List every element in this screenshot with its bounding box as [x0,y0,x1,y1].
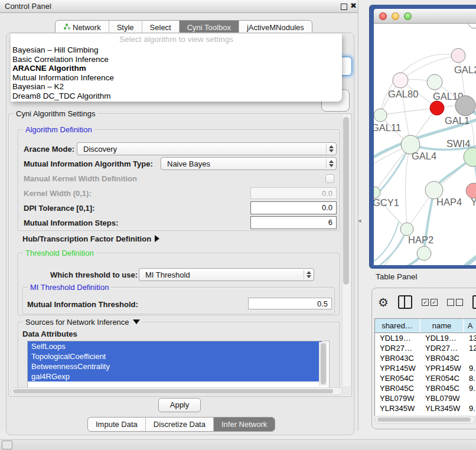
table-cell: 8. [464,373,476,383]
settings-scrollbar-thumb[interactable] [343,117,349,285]
settings-vertical-scrollbar[interactable] [342,115,350,386]
tab-label: Infer Network [221,418,267,431]
settings-horizontal-scrollbar[interactable] [11,387,343,395]
mi-threshold-field[interactable]: 0.5 [248,298,332,309]
settings-hscrollbar-thumb[interactable] [13,389,333,393]
panel-collapse-handle[interactable]: ◂ [358,217,361,224]
settings-gear-icon[interactable]: ⚙ [378,296,389,308]
network-canvas[interactable]: GAL2GAL80GAL10GAL1GAL11SWI4GAL4GCY1HAP4Y… [374,24,476,265]
attribute-item[interactable]: TopologicalCoefficient [28,351,322,361]
table-row[interactable]: YLR345WYLR345W9. [375,403,476,413]
threshold-definition-title: Threshold Definition [23,249,96,257]
float-icon[interactable] [341,4,347,10]
table-cell: YPR145W [420,363,464,373]
aracne-mode-value: Discovery [77,145,326,154]
node-label-GAL4: GAL4 [412,151,436,161]
network-edge [380,108,437,115]
table-row[interactable]: YBR045CYBR045C9. [375,383,476,393]
which-threshold-value: MI Threshold [139,270,304,279]
node-GAL10[interactable] [427,74,442,90]
network-edge [374,229,407,265]
attributes-scrollbar-thumb[interactable] [321,343,326,384]
network-edge [406,145,410,229]
column-header-3[interactable]: A [464,319,476,332]
network-edge [462,254,476,265]
table-row[interactable]: YBR043CYBR043C [375,353,476,363]
tab-infer-network[interactable]: Infer Network [213,418,275,431]
algorithm-option[interactable]: Bayesian – Hill Climbing [11,45,342,55]
aracne-mode-combo[interactable]: Discovery [77,142,337,155]
hub-definition-toggle[interactable]: Hub/Transcription Factor Definition [22,234,159,243]
node-label-GCY1: GCY1 [374,197,399,208]
tab-impute-data[interactable]: Impute Data [88,418,145,431]
mi-steps-label: Mutual Information Steps: [24,219,118,227]
close-icon[interactable]: ✖ [350,1,357,10]
algorithm-option[interactable]: Mutual Information Inference [11,73,342,83]
network-graph: GAL2GAL80GAL10GAL1GAL11SWI4GAL4GCY1HAP4Y… [374,24,476,265]
select-all-icon[interactable]: ✓✓ [422,299,438,306]
node-GAL11[interactable] [374,109,387,122]
table-row[interactable]: YDR27…YDR27…12 [375,343,476,353]
algorithm-option[interactable]: Dream8 DC_TDC Algorithm [11,92,342,101]
attribute-item[interactable]: gal4RGexp [28,371,322,381]
kernel-width-field[interactable]: 0.0 [250,187,337,199]
which-threshold-combo[interactable]: MI Threshold [139,268,314,281]
sources-title-text: Sources for Network Inference [25,318,129,327]
table-row[interactable]: YPR145WYPR145W9. [375,363,476,373]
table-cell [464,353,476,363]
node-top-edge-node[interactable] [468,24,476,28]
dpi-tolerance-field[interactable]: 0.0 [250,201,337,214]
algorithm-option[interactable]: Bayesian – K2 [11,82,342,92]
deselect-all-icon[interactable] [447,299,463,306]
node-bottom-node[interactable] [417,246,431,260]
attribute-item[interactable]: BetweennessCentrality [28,361,322,371]
apply-button[interactable]: Apply [158,398,201,412]
attribute-item[interactable]: SelfLoops [28,341,322,351]
dpi-tolerance-label: DPI Tolerance [0,1]: [24,204,94,213]
table-row[interactable]: YBL079WYBL079W [375,393,476,403]
column-header-1[interactable]: shared… [375,319,420,332]
node-HAP2[interactable] [400,223,413,236]
data-attributes-label: Data Attributes [22,330,77,338]
attributes-vertical-scrollbar[interactable] [319,342,327,386]
node-GAL1[interactable] [430,101,444,115]
manual-kernel-checkbox[interactable] [325,174,334,183]
manual-kernel-label: Manual Kernel Width Definition [24,174,137,183]
node-GAL80[interactable] [393,73,408,88]
tab-discretize-data[interactable]: Discretize Data [145,418,213,431]
minimized-panel-button[interactable] [2,441,12,449]
table-row[interactable]: YDL19…YDL19…13 [375,333,476,343]
column-header-2[interactable]: name [420,319,464,332]
table-cell: YBR043C [420,353,464,363]
sources-title[interactable]: Sources for Network Inference [23,318,142,327]
combo-arrows-icon [326,159,336,168]
aracne-mode-label: Aracne Mode: [24,145,74,154]
algorithm-option[interactable]: ARACNE Algorithm [11,64,342,73]
node-gray-node[interactable] [455,96,475,116]
minimize-traffic-light-icon[interactable] [392,12,399,20]
zoom-traffic-light-icon[interactable] [404,12,412,20]
node-table[interactable]: shared…nameA YDL19…YDL19…13YDR27…YDR27…1… [374,318,476,416]
table-cell: 9. [464,403,476,413]
new-table-icon[interactable] [472,295,476,309]
table-cell: 13 [464,333,476,343]
node-label-GAL11: GAL11 [374,122,401,133]
control-panel-title: Control Panel [5,2,51,11]
close-traffic-light-icon[interactable] [379,12,387,20]
mi-threshold-label: Mutual Information Threshold: [27,300,138,309]
network-window-titlebar[interactable] [374,9,476,24]
node-GCY1[interactable] [374,187,380,198]
table-row[interactable]: YER054CYER054C8. [375,373,476,383]
mi-type-combo[interactable]: Naive Bayes [161,157,337,170]
table-hscrollbar-thumb[interactable] [377,418,471,422]
node-label-HAP2: HAP2 [408,234,433,245]
table-horizontal-scrollbar[interactable] [375,416,475,423]
mi-threshold-title: MI Threshold Definition [28,283,111,292]
data-attributes-list[interactable]: SelfLoopsTopologicalCoefficientBetweenne… [27,341,330,388]
table-cell: 9. [464,383,476,393]
table-cell: YER054C [375,373,420,383]
mi-steps-field[interactable]: 6 [250,216,337,229]
split-columns-icon[interactable] [398,295,412,309]
node-GAL2[interactable] [451,48,465,63]
algorithm-option[interactable]: Basic Correlation Inference [11,55,342,64]
